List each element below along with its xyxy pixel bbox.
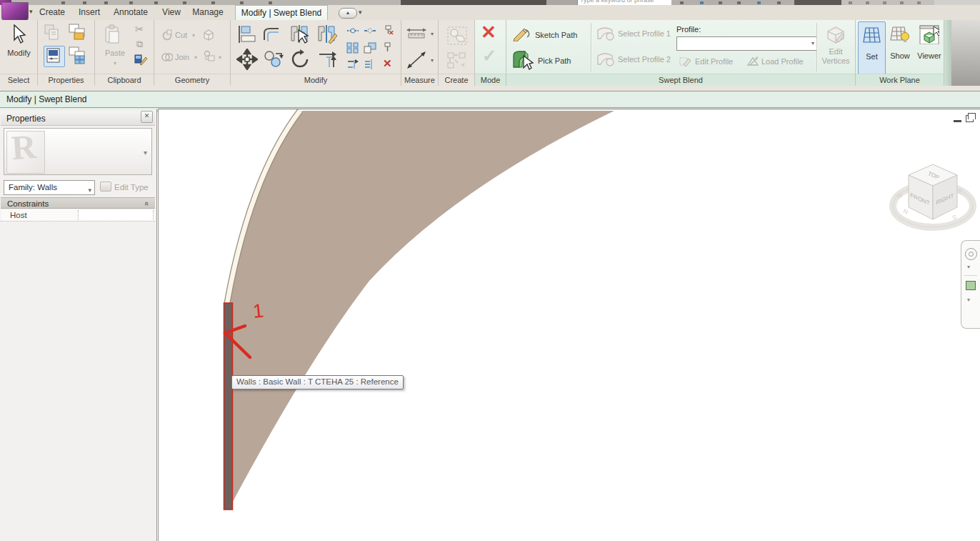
- family-types-icon[interactable]: [44, 24, 64, 42]
- profile-dropdown-caret-icon[interactable]: ▾: [811, 40, 814, 46]
- dimension-icon[interactable]: [406, 50, 427, 72]
- profile-dropdown[interactable]: ▾: [676, 36, 818, 51]
- view-minimize-icon[interactable]: [954, 120, 961, 122]
- titlebar-right-icons[interactable]: [841, 0, 934, 5]
- ribbon-collapse-caret-icon[interactable]: ▾: [359, 9, 362, 16]
- move-icon[interactable]: [236, 49, 258, 72]
- sketch-path-icon: [513, 26, 531, 44]
- set-work-plane-button[interactable]: Set: [858, 21, 886, 74]
- navbar-caret-icon[interactable]: ▾: [967, 264, 970, 270]
- panel-label-create: Create: [439, 74, 474, 86]
- pin-icon[interactable]: [383, 41, 393, 55]
- wall-joins-icon: [203, 50, 216, 65]
- cut-scissors-icon[interactable]: ✂: [135, 23, 144, 36]
- tab-insert[interactable]: Insert: [73, 5, 106, 19]
- sketch-path-button[interactable]: Sketch Path: [535, 31, 577, 39]
- zoom-caret-icon[interactable]: ▾: [967, 297, 970, 303]
- select-profile-1-button[interactable]: Select Profile 1: [618, 29, 671, 38]
- navigation-bar[interactable]: ▾ ▾: [961, 240, 980, 329]
- type-selector-caret-icon[interactable]: ▾: [144, 149, 147, 157]
- scale-icon[interactable]: [364, 42, 376, 56]
- unpin-icon[interactable]: ✕: [382, 24, 395, 38]
- edit-profile-button[interactable]: Edit Profile: [695, 57, 733, 66]
- mirror-draw-axis-icon[interactable]: [316, 24, 339, 47]
- panel-label-work-plane: Work Plane: [856, 74, 944, 86]
- type-selector[interactable]: R ▾: [4, 128, 152, 175]
- create-group-icon[interactable]: [446, 26, 468, 48]
- panel-label-properties: Properties: [38, 74, 94, 86]
- pick-path-button[interactable]: Pick Path: [538, 56, 571, 65]
- wall-joins-caret-icon[interactable]: ▾: [219, 54, 221, 61]
- family-category-icon[interactable]: [68, 24, 88, 42]
- dimension-caret-icon[interactable]: ▾: [431, 57, 434, 64]
- cancel-sketch-icon[interactable]: ✕: [481, 21, 496, 44]
- quick-access-toolbar[interactable]: [11, 0, 401, 5]
- offset-icon[interactable]: [261, 24, 283, 46]
- tab-create[interactable]: Create: [34, 5, 70, 19]
- mirror-pick-axis-icon[interactable]: [289, 24, 311, 47]
- model-geometry[interactable]: 1: [159, 109, 980, 541]
- copy-elements-icon[interactable]: [263, 50, 284, 71]
- measure-tape-icon[interactable]: [406, 27, 427, 41]
- help-search-input[interactable]: Type a keyword or phrase: [577, 0, 672, 5]
- split-with-gap-icon[interactable]: [364, 26, 376, 38]
- panel-label-mode: Mode: [475, 74, 506, 86]
- ribbon-collapse-button[interactable]: ▲: [339, 8, 357, 19]
- finish-sketch-icon[interactable]: ✓: [482, 46, 496, 66]
- tab-manage[interactable]: Manage: [187, 5, 229, 19]
- align-icon[interactable]: [237, 24, 257, 46]
- trim-extend-multiple-icon[interactable]: [364, 59, 376, 72]
- tab-annotate[interactable]: Annotate: [107, 5, 154, 19]
- cut-caret-icon[interactable]: ▾: [192, 32, 195, 39]
- edit-vertices-button[interactable]: Edit Vertices: [819, 47, 852, 66]
- rotate-icon[interactable]: [289, 49, 311, 72]
- infocenter-icons[interactable]: [671, 0, 794, 5]
- application-menu-caret-icon[interactable]: ▾: [29, 8, 33, 15]
- drawing-area[interactable]: 1 Walls : Basic Wall : T CTEHA 25 : Refe…: [158, 109, 980, 541]
- work-plane-viewer-button[interactable]: Viewer: [915, 21, 944, 73]
- panel-swept-blend: Sketch Path Pick Path Select Profile 1 S…: [506, 20, 856, 86]
- palette-close-icon[interactable]: ✕: [141, 111, 153, 123]
- revit-window: { "titlebar": { "search_placeholder": "T…: [0, 0, 980, 541]
- edit-type-icon: [100, 182, 111, 192]
- pick-path-icon: [511, 49, 535, 74]
- join-caret-icon[interactable]: ▾: [194, 54, 197, 61]
- properties-palette: Properties ✕ R ▾ Family: Walls ▾ Edit Ty…: [0, 109, 157, 541]
- match-type-brush-icon[interactable]: [134, 53, 149, 69]
- steering-wheel-icon[interactable]: [965, 248, 977, 260]
- panel-work-plane: Set Show Viewer Work Plane: [856, 20, 944, 86]
- select-profile-2-button[interactable]: Select Profile 2: [618, 55, 671, 64]
- tab-view[interactable]: View: [157, 5, 186, 19]
- palette-title[interactable]: Properties: [1, 111, 155, 126]
- properties-button-icon[interactable]: [44, 46, 65, 67]
- array-icon[interactable]: [346, 42, 359, 56]
- trim-extend-icon[interactable]: [316, 49, 339, 72]
- delete-icon[interactable]: ✕: [383, 57, 392, 70]
- view-restore-icon[interactable]: [966, 115, 974, 122]
- modify-button[interactable]: Modify: [0, 49, 38, 57]
- trim-extend-single-icon[interactable]: [346, 59, 359, 72]
- show-work-plane-button[interactable]: Show: [886, 21, 914, 73]
- family-filter-dropdown[interactable]: Family: Walls ▾: [4, 180, 95, 195]
- modify-cursor-icon: [11, 24, 27, 46]
- viewcube[interactable]: W N E S TOP FRONT RIGHT: [873, 149, 980, 242]
- family-dropdown-caret-icon[interactable]: ▾: [88, 184, 91, 197]
- edit-type-button[interactable]: Edit Type: [100, 180, 154, 195]
- application-menu-button[interactable]: [1, 2, 29, 21]
- family-types-grid-icon[interactable]: [68, 46, 88, 66]
- copy-icon[interactable]: ⧉: [136, 39, 143, 50]
- constraints-section-header[interactable]: Constraints «: [1, 197, 155, 209]
- tab-modify-swept-blend[interactable]: Modify | Swept Blend: [235, 5, 328, 21]
- join-button[interactable]: Join: [175, 53, 189, 61]
- panel-label-swept-blend: Swept Blend: [506, 74, 855, 86]
- split-element-icon[interactable]: [346, 26, 359, 38]
- host-value-field[interactable]: [78, 210, 154, 220]
- paste-button[interactable]: Paste: [95, 49, 135, 57]
- create-similar-icon[interactable]: [446, 51, 468, 72]
- load-profile-button[interactable]: Load Profile: [761, 57, 804, 66]
- measure-caret-icon[interactable]: ▾: [431, 31, 434, 37]
- cut-button[interactable]: Cut: [175, 31, 187, 39]
- paste-caret-icon[interactable]: ▾: [95, 60, 135, 66]
- section-collapse-chevron-icon[interactable]: «: [141, 202, 153, 206]
- zoom-tool-icon[interactable]: [966, 281, 976, 290]
